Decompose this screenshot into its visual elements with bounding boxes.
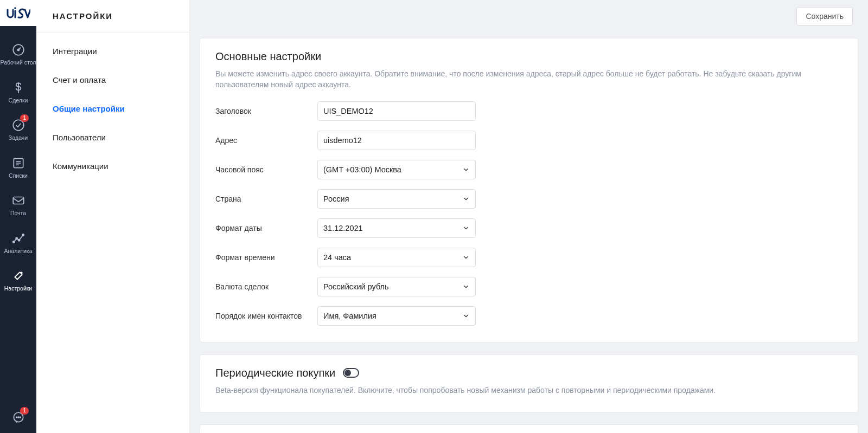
rail-label: Почта — [10, 210, 26, 217]
select-value: (GMT +03:00) Москва — [323, 165, 401, 174]
field-timeformat: Формат времени 24 часа — [215, 248, 843, 267]
field-title: Заголовок — [215, 101, 843, 121]
field-label: Часовой пояс — [215, 165, 317, 174]
subnav-general[interactable]: Общие настройки — [36, 94, 189, 123]
logo-icon — [7, 7, 30, 20]
address-input[interactable] — [317, 131, 476, 150]
rail-item-settings[interactable]: Настройки — [0, 266, 36, 294]
content-area: Сохранить Основные настройки Вы можете и… — [190, 0, 868, 433]
dollar-icon — [11, 80, 26, 95]
svg-point-14 — [20, 417, 21, 418]
nav-rail: Рабочий стол Сделки 1 Задачи Списки — [0, 0, 36, 433]
nameorder-select[interactable]: Имя, Фамилия — [317, 306, 476, 326]
card-goods: Товары — [200, 424, 858, 433]
app-logo — [0, 0, 36, 26]
rail-item-analytics[interactable]: Аналитика — [0, 229, 36, 257]
svg-point-13 — [18, 417, 19, 418]
page-title: НАСТРОЙКИ — [36, 0, 189, 33]
rail-label: Настройки — [4, 286, 33, 292]
timeformat-select[interactable]: 24 часа — [317, 248, 476, 267]
dateformat-select[interactable]: 31.12.2021 — [317, 218, 476, 238]
chat-badge: 1 — [20, 407, 29, 415]
title-input[interactable] — [317, 101, 476, 121]
select-value: Имя, Фамилия — [323, 312, 376, 320]
rail-label: Задачи — [9, 135, 28, 141]
field-label: Формат даты — [215, 224, 317, 232]
svg-point-7 — [16, 237, 17, 239]
field-dateformat: Формат даты 31.12.2021 — [215, 218, 843, 238]
card-periodic-purchases: Периодические покупки Beta-версия функци… — [200, 354, 858, 412]
field-nameorder: Порядок имен контактов Имя, Фамилия — [215, 306, 843, 326]
content-scroll[interactable]: Основные настройки Вы можете изменить ад… — [190, 33, 868, 433]
chevron-down-icon — [462, 254, 470, 261]
rail-item-mail[interactable]: Почта — [0, 191, 36, 219]
field-label: Адрес — [215, 136, 317, 145]
periodic-toggle[interactable] — [343, 368, 359, 378]
chevron-down-icon — [462, 224, 470, 232]
rail-item-tasks[interactable]: 1 Задачи — [0, 115, 36, 144]
svg-point-10 — [20, 272, 22, 274]
field-timezone: Часовой пояс (GMT +03:00) Москва — [215, 160, 843, 179]
tasks-badge: 1 — [20, 114, 29, 122]
select-value: Россия — [323, 195, 349, 203]
settings-subnav: НАСТРОЙКИ Интеграции Счет и оплата Общие… — [36, 0, 190, 433]
svg-point-8 — [18, 239, 20, 241]
rail-item-deals[interactable]: Сделки — [0, 78, 36, 106]
select-value: 24 часа — [323, 253, 351, 262]
field-address: Адрес — [215, 131, 843, 150]
subnav-communications[interactable]: Коммуникации — [36, 152, 189, 180]
chevron-down-icon — [462, 166, 470, 173]
select-value: 31.12.2021 — [323, 224, 363, 232]
svg-point-0 — [14, 7, 16, 9]
field-label: Порядок имен контактов — [215, 312, 317, 320]
svg-point-2 — [17, 49, 19, 50]
subnav-billing[interactable]: Счет и оплата — [36, 66, 189, 94]
section-desc: Beta-версия функционала покупателей. Вкл… — [215, 385, 843, 396]
chevron-down-icon — [462, 195, 470, 203]
section-title-text: Периодические покупки — [215, 367, 335, 379]
country-select[interactable]: Россия — [317, 189, 476, 209]
field-country: Страна Россия — [215, 189, 843, 209]
content-toolbar: Сохранить — [190, 0, 868, 33]
field-label: Валюта сделок — [215, 282, 317, 291]
field-currency: Валюта сделок Российский рубль — [215, 277, 843, 296]
rail-label: Аналитика — [4, 248, 33, 255]
timezone-select[interactable]: (GMT +03:00) Москва — [317, 160, 476, 179]
section-desc: Вы можете изменить адрес своего аккаунта… — [215, 68, 843, 91]
rail-item-lists[interactable]: Списки — [0, 153, 36, 182]
list-icon — [11, 156, 26, 171]
select-value: Российский рубль — [323, 282, 389, 291]
card-general-settings: Основные настройки Вы можете изменить ад… — [200, 38, 858, 342]
save-button[interactable]: Сохранить — [796, 7, 853, 25]
svg-point-6 — [12, 241, 14, 243]
rail-item-dashboard[interactable]: Рабочий стол — [0, 40, 36, 68]
section-title: Периодические покупки — [215, 367, 843, 379]
rail-label: Списки — [9, 173, 28, 179]
subnav-users[interactable]: Пользователи — [36, 123, 189, 152]
rail-label: Сделки — [9, 98, 28, 104]
svg-point-9 — [22, 234, 24, 236]
gauge-icon — [11, 42, 26, 57]
chevron-down-icon — [462, 312, 470, 320]
wrench-icon — [11, 268, 26, 283]
chart-icon — [11, 231, 26, 246]
field-label: Формат времени — [215, 253, 317, 262]
svg-point-12 — [16, 417, 17, 418]
field-label: Заголовок — [215, 107, 317, 115]
field-label: Страна — [215, 195, 317, 203]
section-title: Основные настройки — [215, 50, 843, 63]
chevron-down-icon — [462, 283, 470, 290]
currency-select[interactable]: Российский рубль — [317, 277, 476, 296]
subnav-integrations[interactable]: Интеграции — [36, 37, 189, 66]
rail-item-chat[interactable]: 1 — [0, 408, 36, 425]
mail-icon — [11, 193, 26, 208]
rail-label: Рабочий стол — [1, 60, 36, 66]
svg-rect-5 — [13, 197, 24, 204]
